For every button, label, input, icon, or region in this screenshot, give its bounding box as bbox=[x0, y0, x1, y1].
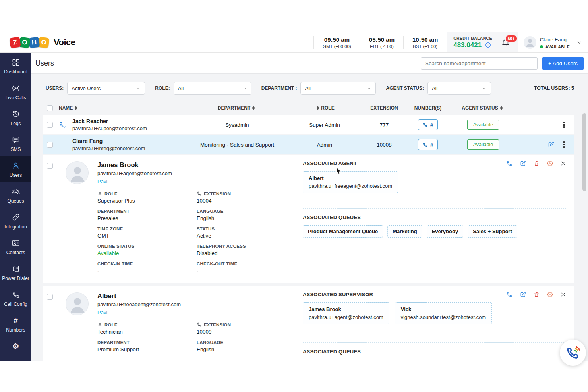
logo-tile-h: H bbox=[29, 37, 40, 48]
user-name: Claire Fang bbox=[540, 37, 567, 42]
sidebar-item-queues[interactable]: Queues bbox=[0, 182, 31, 208]
sidebar-item-dashboard[interactable]: Dashboard bbox=[0, 53, 31, 79]
user-link[interactable]: Pavi bbox=[97, 178, 284, 184]
sort-icon[interactable] bbox=[317, 106, 319, 110]
add-users-button[interactable]: + Add Users bbox=[542, 57, 584, 70]
user-avatar bbox=[66, 292, 89, 315]
block-icon[interactable] bbox=[547, 291, 553, 298]
user-avatar bbox=[524, 36, 536, 49]
edit-icon[interactable] bbox=[547, 141, 555, 148]
sort-icon[interactable] bbox=[500, 106, 503, 110]
user-avatar bbox=[66, 161, 89, 184]
status-dot bbox=[540, 45, 543, 48]
sidebar-item-numbers[interactable]: # Numbers bbox=[0, 311, 31, 337]
chevron-down-icon bbox=[366, 86, 371, 91]
column-header-department[interactable]: DEPARTMENT bbox=[188, 105, 287, 111]
phone-icon bbox=[422, 122, 428, 127]
delete-trash-icon[interactable] bbox=[533, 160, 540, 167]
expanded-user-panel-james-brook: James Brook pavithra.u+agent@zohotest.co… bbox=[43, 155, 574, 283]
call-phone-icon[interactable] bbox=[59, 121, 72, 129]
sidebar-item-integration[interactable]: Integration bbox=[0, 208, 31, 234]
agent-status-badge: Available bbox=[467, 139, 499, 150]
field-time-zone: TIME ZONE GMT bbox=[97, 226, 197, 239]
sort-icon[interactable] bbox=[75, 106, 77, 110]
column-header-name[interactable]: NAME bbox=[59, 105, 188, 111]
sidebar-item-contacts[interactable]: Contacts bbox=[0, 234, 31, 260]
field-language: LANGUAGE English bbox=[197, 209, 284, 221]
role-person-icon bbox=[97, 322, 103, 327]
edit-icon[interactable] bbox=[520, 291, 526, 298]
table-header: NAME DEPARTMENT ROLE EXTENSION bbox=[43, 101, 574, 115]
queue-chip: Product Management Queue bbox=[303, 225, 383, 238]
field-department: DEPARTMENT Premium Support bbox=[97, 340, 197, 352]
search-input[interactable] bbox=[421, 57, 538, 70]
divider bbox=[303, 342, 566, 343]
user-menu[interactable]: Claire Fang AVAILABLE bbox=[518, 36, 588, 49]
sidebar-item-live-calls[interactable]: Live Calls bbox=[0, 79, 31, 105]
dashboard-icon bbox=[12, 58, 20, 67]
close-icon[interactable] bbox=[560, 160, 566, 166]
total-users-count: TOTAL USERS: 5 bbox=[534, 85, 574, 91]
hash-icon: # bbox=[14, 316, 18, 325]
zdialer-floating-button[interactable] bbox=[560, 340, 586, 366]
role-filter-dropdown[interactable]: All bbox=[174, 82, 251, 95]
row-checkbox[interactable] bbox=[47, 142, 53, 148]
sidebar-item-logs[interactable]: Logs bbox=[0, 105, 31, 131]
sidebar-item-sms[interactable]: SMS bbox=[0, 131, 31, 156]
chevron-down-icon[interactable] bbox=[576, 39, 582, 46]
department-filter-dropdown[interactable]: All bbox=[300, 82, 376, 95]
clock-zone: EDT (-4:00) bbox=[369, 44, 395, 49]
sort-icon[interactable] bbox=[252, 106, 255, 110]
user-department: Sysadmin bbox=[188, 122, 287, 128]
gear-icon: ⚙ bbox=[12, 342, 19, 351]
row-checkbox[interactable] bbox=[47, 163, 53, 169]
sidebar-item-users[interactable]: Users bbox=[0, 156, 31, 182]
chevron-down-icon bbox=[135, 86, 141, 91]
users-filter-label: USERS: bbox=[46, 85, 64, 91]
logo-tile-o1: O bbox=[19, 37, 31, 48]
close-icon[interactable] bbox=[560, 292, 566, 297]
notifications-button[interactable]: 50+ bbox=[501, 38, 510, 47]
column-header-agent-status[interactable]: AGENT STATUS bbox=[450, 105, 516, 111]
row-menu-button[interactable] bbox=[563, 121, 566, 129]
agent-status-filter-label: AGENT STATUS: bbox=[386, 85, 424, 91]
vertical-scrollbar[interactable] bbox=[582, 113, 586, 191]
chevron-down-icon bbox=[482, 86, 487, 91]
associate-card: Albert pavithra.u+freeagent@zohotest.com bbox=[303, 171, 398, 193]
department-filter-label: DEPARTMENT : bbox=[261, 85, 297, 91]
expanded-user-panel-albert: Albert pavithra.u+freeagent@zohotest.com… bbox=[43, 286, 574, 361]
block-icon[interactable] bbox=[547, 160, 553, 167]
mouse-cursor bbox=[336, 167, 342, 176]
edit-icon[interactable] bbox=[520, 160, 526, 167]
user-role: Admin bbox=[287, 142, 362, 148]
add-credit-button[interactable] bbox=[485, 42, 491, 48]
users-filter-dropdown[interactable]: Active Users bbox=[67, 82, 145, 95]
row-checkbox[interactable] bbox=[47, 294, 53, 300]
associate-card: Vick vignesh.soundar+test@zohotest.com bbox=[395, 302, 492, 324]
delete-trash-icon[interactable] bbox=[533, 291, 540, 298]
numbers-button[interactable]: # bbox=[418, 119, 438, 130]
row-menu-button[interactable] bbox=[563, 141, 566, 149]
numbers-button[interactable]: # bbox=[418, 139, 438, 150]
associated-queues-title: ASSOCIATED QUEUES bbox=[303, 349, 566, 355]
user-link[interactable]: Pavi bbox=[97, 309, 284, 315]
extension-phone-icon bbox=[197, 322, 202, 327]
call-phone-icon[interactable] bbox=[506, 291, 513, 298]
page-title: Users bbox=[35, 59, 54, 68]
credit-balance: CREDIT BALANCE 483.0421 bbox=[453, 36, 492, 49]
row-checkbox[interactable] bbox=[47, 122, 53, 128]
field-role: ROLE Supervisor Plus bbox=[97, 191, 197, 204]
power-dialer-icon bbox=[12, 265, 20, 273]
clock-bst: 10:50 am BST (+1:00) bbox=[403, 36, 447, 49]
top-header: Z O H O Voice 09:50 am GMT (+00:00) 05:5… bbox=[0, 32, 588, 53]
agent-status-filter-dropdown[interactable]: All bbox=[427, 82, 491, 95]
column-header-role[interactable]: ROLE bbox=[287, 105, 362, 111]
select-all-checkbox[interactable] bbox=[47, 105, 53, 111]
user-name: Albert bbox=[97, 292, 284, 300]
sidebar-item-settings[interactable]: ⚙ bbox=[0, 337, 31, 355]
call-phone-icon[interactable] bbox=[506, 160, 513, 167]
sidebar-item-power-dialer[interactable]: Power Dialer bbox=[0, 260, 31, 286]
sidebar-item-call-config[interactable]: Call Config bbox=[0, 286, 31, 311]
queue-chip: Everybody bbox=[427, 225, 463, 238]
clock-time: 05:50 am bbox=[369, 36, 395, 43]
